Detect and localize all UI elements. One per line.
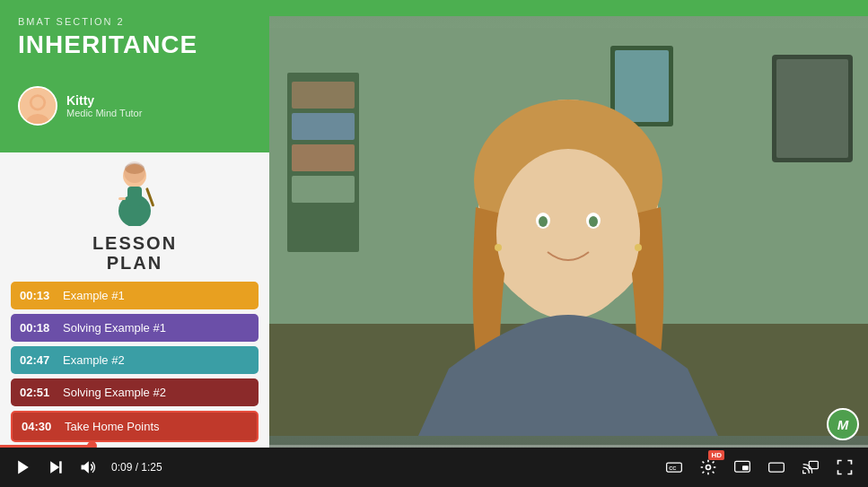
svg-rect-15 (292, 82, 355, 109)
svg-marker-33 (50, 461, 59, 473)
m-watermark: M (827, 408, 859, 440)
svg-rect-17 (292, 144, 355, 171)
avatar (18, 86, 57, 126)
lesson-items: 00:13 Example #1 00:18 Solving Example #… (11, 282, 259, 442)
lesson-time: 04:30 (22, 420, 56, 433)
lesson-label: Take Home Points (65, 420, 160, 433)
tutor-details: Kitty Medic Mind Tutor (66, 93, 142, 118)
svg-text:CC: CC (669, 465, 677, 471)
skip-next-button[interactable] (43, 455, 68, 480)
lesson-time: 00:18 (20, 321, 54, 335)
video-placeholder: M (269, 16, 868, 448)
svg-rect-16 (292, 113, 355, 140)
list-item[interactable]: 00:13 Example #1 (11, 282, 259, 309)
svg-rect-9 (118, 197, 126, 200)
lesson-time: 00:13 (20, 289, 54, 302)
lesson-time: 02:47 (20, 353, 54, 367)
teacher-icon (102, 161, 167, 233)
video-player: BMAT SECTION 2 INHERITANCE QUESTION TUTO… (0, 0, 868, 487)
bmat-subtitle: BMAT SECTION 2 (18, 16, 197, 27)
svg-marker-32 (18, 461, 29, 474)
tutor-name: Kitty (66, 93, 142, 108)
header-title-area: BMAT SECTION 2 INHERITANCE (18, 16, 197, 59)
controls-bar: 0:09 / 1:25 CC HD (0, 448, 868, 487)
settings-wrapper: HD (696, 455, 721, 480)
play-button[interactable] (11, 455, 36, 480)
hd-badge: HD (708, 450, 724, 460)
lesson-time: 02:51 (20, 386, 54, 399)
page-title: INHERITANCE (18, 30, 197, 59)
cast-button[interactable] (798, 455, 823, 480)
svg-point-11 (125, 163, 145, 174)
svg-point-28 (539, 216, 548, 227)
svg-rect-18 (292, 176, 355, 203)
svg-rect-20 (776, 59, 848, 158)
lesson-plan-title: LESSONPLAN (92, 233, 177, 273)
svg-marker-35 (82, 461, 89, 473)
theater-button[interactable] (764, 455, 789, 480)
svg-point-25 (496, 149, 640, 319)
lesson-label: Example #1 (63, 289, 125, 302)
list-item[interactable]: 04:30 Take Home Points (11, 411, 259, 442)
left-panel: LESSONPLAN 00:13 Example #1 00:18 Solvin… (0, 152, 269, 448)
right-controls: CC HD (662, 455, 857, 480)
tutor-role: Medic Mind Tutor (66, 108, 142, 118)
list-item[interactable]: 00:18 Solving Example #1 (11, 314, 259, 342)
svg-rect-34 (59, 461, 62, 473)
miniplayer-button[interactable] (730, 455, 755, 480)
lesson-label: Example #2 (63, 353, 125, 367)
fullscreen-button[interactable] (832, 455, 857, 480)
svg-point-38 (706, 465, 711, 470)
list-item[interactable]: 02:51 Solving Example #2 (11, 378, 259, 406)
svg-rect-22 (615, 50, 669, 122)
volume-button[interactable] (75, 455, 101, 480)
svg-rect-41 (769, 463, 785, 472)
svg-point-29 (589, 216, 598, 227)
svg-point-30 (495, 244, 502, 251)
svg-rect-40 (742, 465, 749, 470)
svg-point-31 (635, 244, 642, 251)
svg-rect-6 (127, 187, 142, 206)
list-item[interactable]: 02:47 Example #2 (11, 346, 259, 374)
time-display: 0:09 / 1:25 (111, 461, 162, 474)
video-area: M (269, 16, 868, 448)
lesson-label: Solving Example #1 (63, 321, 166, 335)
cc-button[interactable]: CC (662, 455, 687, 480)
svg-point-3 (32, 97, 44, 109)
lesson-label: Solving Example #2 (63, 386, 166, 399)
